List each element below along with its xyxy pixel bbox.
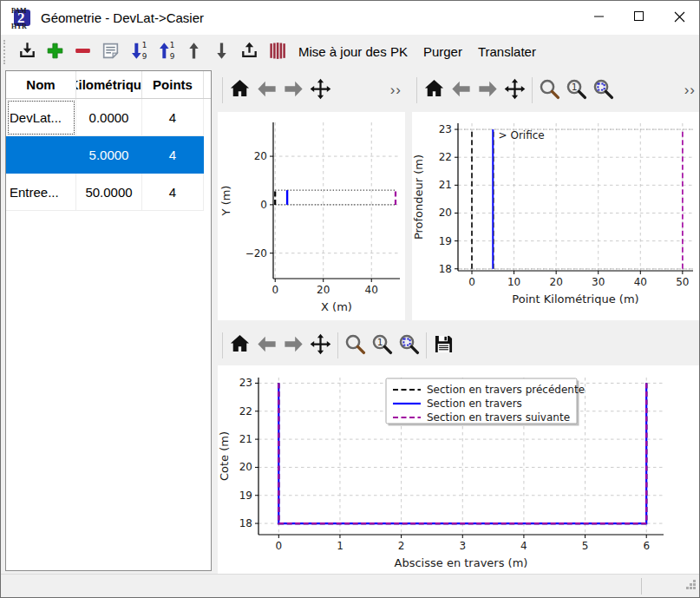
forward-arrow-icon [476, 77, 500, 103]
move-up-button[interactable] [180, 38, 207, 66]
cell-km[interactable]: 0.0000 [76, 99, 142, 136]
save-figure-button[interactable] [430, 331, 457, 360]
forward-button[interactable] [280, 76, 307, 105]
zoom-fit-button[interactable] [396, 331, 422, 360]
home-button[interactable] [226, 331, 253, 360]
minimize-button[interactable] [579, 1, 619, 35]
home-icon [228, 332, 252, 358]
note-icon [100, 40, 121, 64]
svg-text:20: 20 [550, 276, 563, 288]
pan-icon [503, 77, 527, 103]
zoom-icon [538, 77, 561, 103]
zoom-original-button[interactable]: 1 [563, 76, 590, 105]
svg-text:20: 20 [239, 461, 252, 473]
svg-text:40: 40 [365, 284, 378, 296]
toolbar-handle[interactable] [3, 40, 10, 64]
pan-button[interactable] [307, 331, 334, 360]
main-content: Nom Kilométrique Points DevLat...0.00004… [1, 69, 699, 574]
zoom-original-button[interactable]: 1 [369, 331, 396, 360]
cell-km[interactable]: 50.0000 [76, 174, 142, 211]
svg-text:Section en travers précédente: Section en travers précédente [427, 384, 585, 396]
back-button[interactable] [448, 76, 474, 105]
barcode-icon [266, 40, 288, 64]
sort-descending-icon: 19 [155, 40, 177, 64]
svg-text:10: 10 [507, 276, 520, 288]
zoom-one-icon: 1 [565, 77, 588, 103]
cross-section-nav-toolbar: 1 [219, 328, 583, 363]
home-button[interactable] [226, 76, 253, 105]
home-button[interactable] [421, 76, 448, 105]
forward-arrow-icon [282, 332, 305, 358]
maximize-button[interactable] [619, 1, 659, 35]
svg-text:9: 9 [169, 51, 174, 60]
import-icon [16, 40, 38, 64]
column-header-kilometrique[interactable]: Kilométrique [76, 71, 142, 98]
status-bar [1, 574, 699, 597]
svg-text:1: 1 [377, 337, 383, 348]
move-down-button[interactable] [207, 38, 235, 66]
column-header-points[interactable]: Points [142, 71, 204, 98]
back-button[interactable] [253, 331, 280, 360]
table-header-row: Nom Kilométrique Points [6, 71, 211, 99]
update-pk-button[interactable]: Mise à jour des PK [291, 39, 415, 64]
svg-text:22: 22 [439, 151, 452, 163]
table-row[interactable]: DevLat...0.00004 [6, 99, 211, 136]
table-row[interactable]: Entree...50.00004 [6, 174, 211, 211]
longitudinal-profile-chart[interactable]: 01020304050181920212223Point Kilométriqu… [412, 112, 699, 320]
toolbar-separator [337, 332, 338, 358]
svg-text:30: 30 [592, 276, 605, 288]
purge-button[interactable]: Purger [415, 39, 470, 64]
close-button[interactable] [659, 1, 699, 35]
svg-text:1: 1 [141, 41, 147, 49]
pan-icon [309, 77, 332, 103]
svg-text:21: 21 [239, 433, 252, 445]
arrow-up-icon [183, 40, 205, 64]
pan-icon [309, 332, 332, 358]
svg-text:19: 19 [439, 235, 452, 247]
cell-km[interactable]: 5.0000 [76, 136, 142, 174]
pan-button[interactable] [307, 76, 334, 105]
sort-ascending-button[interactable]: 19 [124, 38, 152, 66]
zoom-rect-button[interactable] [536, 76, 563, 105]
plan-view-chart[interactable]: 02040−20020X (m)Y (m) [218, 112, 405, 320]
zoom-rect-button[interactable] [342, 331, 369, 360]
resize-grip-icon[interactable] [686, 578, 697, 594]
table-row[interactable]: 5.00004 [6, 136, 211, 174]
edit-button[interactable] [96, 38, 124, 66]
translate-button[interactable]: Translater [470, 39, 544, 64]
svg-text:0: 0 [468, 276, 475, 288]
update-pk-icon-button[interactable] [263, 38, 291, 66]
import-button[interactable] [13, 38, 41, 66]
svg-text:18: 18 [239, 517, 252, 529]
sort-descending-button[interactable]: 19 [152, 38, 180, 66]
toolbar-overflow-button[interactable]: ›› [681, 82, 699, 99]
toolbar-overflow-button[interactable]: ›› [387, 82, 405, 99]
cross-section-chart[interactable]: 0123456181920212223Abscisse en travers (… [218, 365, 699, 574]
toolbar-separator [426, 332, 427, 358]
svg-text:0: 0 [271, 284, 278, 296]
save-icon [432, 332, 455, 358]
delete-button[interactable] [69, 38, 96, 66]
cell-points[interactable]: 4 [142, 174, 204, 211]
column-header-nom[interactable]: Nom [6, 71, 76, 98]
forward-button[interactable] [280, 331, 307, 360]
cell-nom[interactable] [6, 136, 76, 174]
svg-text:9: 9 [141, 51, 147, 60]
add-button[interactable] [41, 38, 69, 66]
back-button[interactable] [253, 76, 280, 105]
cell-points[interactable]: 4 [142, 136, 204, 174]
zoom-fit-button[interactable] [590, 76, 617, 105]
pan-button[interactable] [501, 76, 528, 105]
svg-text:3: 3 [459, 540, 466, 552]
cell-points[interactable]: 4 [142, 99, 204, 136]
forward-button[interactable] [474, 76, 501, 105]
cell-nom[interactable]: Entree... [6, 174, 76, 211]
svg-text:18: 18 [439, 263, 452, 275]
svg-text:Y (m): Y (m) [219, 186, 232, 217]
cell-nom[interactable]: DevLat... [6, 99, 76, 136]
svg-text:Abscisse en travers (m): Abscisse en travers (m) [395, 556, 528, 569]
maximize-icon [634, 11, 644, 24]
export-button[interactable] [235, 38, 263, 66]
toolbar-separator [222, 77, 223, 103]
forward-arrow-icon [282, 77, 305, 103]
